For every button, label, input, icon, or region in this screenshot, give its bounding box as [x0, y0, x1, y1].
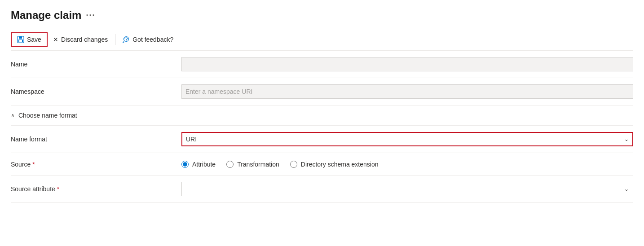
name-format-row: Name format URI Basic Email Unspecified …: [11, 126, 633, 153]
name-format-select-wrapper: URI Basic Email Unspecified Windows qual…: [181, 132, 633, 146]
save-button[interactable]: Save: [11, 32, 48, 47]
source-attribute-row: Source attribute * ⌄: [11, 176, 633, 203]
x-icon: ✕: [53, 36, 58, 43]
radio-transformation-label: Transformation: [237, 161, 279, 168]
feedback-icon: [123, 36, 130, 43]
source-radio-group: Attribute Transformation Directory schem…: [181, 161, 633, 168]
radio-transformation[interactable]: Transformation: [226, 161, 279, 168]
name-format-label: Name format: [11, 136, 181, 143]
name-input[interactable]: [181, 57, 633, 71]
namespace-label: Namespace: [11, 88, 181, 95]
feedback-button[interactable]: Got feedback?: [117, 33, 179, 46]
title-ellipsis: ···: [86, 11, 95, 20]
namespace-input[interactable]: [181, 84, 633, 99]
source-attribute-control: ⌄: [181, 182, 633, 196]
name-format-control: URI Basic Email Unspecified Windows qual…: [181, 132, 633, 146]
svg-rect-3: [19, 40, 22, 42]
name-label: Name: [11, 61, 181, 68]
source-attribute-select-wrapper: ⌄: [181, 182, 633, 196]
toolbar: Save ✕ Discard changes Got feedback?: [11, 29, 633, 51]
name-row: Name: [11, 51, 633, 78]
radio-attribute-input[interactable]: [181, 161, 189, 168]
discard-label: Discard changes: [61, 36, 108, 43]
page-title-section: Manage claim ···: [11, 9, 633, 22]
svg-rect-1: [19, 36, 22, 39]
radio-attribute-label: Attribute: [192, 161, 216, 168]
radio-directory[interactable]: Directory schema extension: [290, 161, 379, 168]
source-required-star: *: [32, 161, 35, 168]
source-row: Source * Attribute Transformation Direc: [11, 153, 633, 176]
radio-transformation-input[interactable]: [226, 161, 234, 168]
page-container: Manage claim ··· Save ✕ Discard changes: [0, 0, 644, 212]
choose-name-format-label: Choose name format: [18, 112, 77, 119]
page-title: Manage claim: [11, 9, 81, 22]
chevron-up-icon: ∧: [11, 112, 15, 119]
source-attribute-select[interactable]: [181, 182, 633, 196]
radio-attribute[interactable]: Attribute: [181, 161, 216, 168]
save-label: Save: [27, 36, 41, 43]
namespace-control: [181, 84, 633, 99]
radio-directory-input[interactable]: [290, 161, 297, 168]
source-label: Source *: [11, 161, 181, 168]
toolbar-divider: [115, 34, 115, 45]
namespace-row: Namespace: [11, 78, 633, 105]
name-control: [181, 57, 633, 71]
source-attribute-required-star: *: [57, 185, 59, 193]
svg-point-5: [126, 40, 127, 41]
form-section: Name Namespace ∧ Choose name format Name…: [11, 51, 633, 203]
radio-directory-label: Directory schema extension: [301, 161, 379, 168]
source-control: Attribute Transformation Directory schem…: [181, 161, 633, 168]
choose-name-format-section[interactable]: ∧ Choose name format: [11, 105, 633, 126]
name-format-select[interactable]: URI Basic Email Unspecified Windows qual…: [181, 132, 633, 146]
source-attribute-label: Source attribute *: [11, 185, 181, 193]
discard-button[interactable]: ✕ Discard changes: [48, 33, 113, 46]
save-icon: [17, 36, 24, 43]
feedback-label: Got feedback?: [132, 36, 173, 43]
